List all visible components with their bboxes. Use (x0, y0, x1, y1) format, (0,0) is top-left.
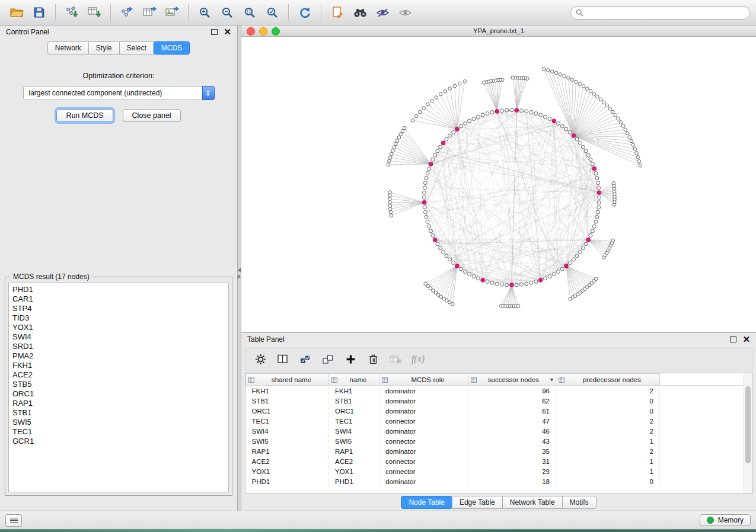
export-network-button[interactable] (116, 4, 138, 21)
table-cell[interactable]: 96 (468, 386, 556, 396)
table-row[interactable]: RAP1RAP1dominator352 (246, 446, 752, 456)
unselect-all-columns-button[interactable] (319, 351, 337, 367)
table-cell[interactable] (660, 396, 752, 406)
tab-motifs[interactable]: Motifs (562, 496, 596, 509)
table-cell[interactable]: TEC1 (246, 416, 329, 426)
table-cell[interactable] (660, 446, 752, 456)
column-predecessor-nodes[interactable]: predecessor nodes (556, 374, 660, 386)
minimize-window-button[interactable] (259, 27, 267, 36)
table-cell[interactable]: dominator (379, 386, 468, 396)
close-window-button[interactable] (247, 27, 255, 36)
column-mcds-role[interactable]: MCDS role (379, 374, 468, 386)
table-cell[interactable]: 2 (556, 386, 660, 396)
table-row[interactable]: ORC1ORC1dominator610 (246, 406, 752, 416)
table-cell[interactable]: ACE2 (246, 456, 329, 466)
table-cell[interactable]: ORC1 (246, 406, 329, 416)
table-row[interactable]: YOX1YOX1connector291 (246, 466, 752, 476)
table-cell[interactable]: 2 (556, 446, 660, 456)
column-name[interactable]: name (329, 374, 379, 386)
optimization-criterion-select[interactable]: largest connected component (undirected) (23, 86, 215, 100)
table-cell[interactable] (660, 426, 752, 436)
panel-splitter[interactable] (237, 25, 241, 511)
table-cell[interactable]: RAP1 (246, 446, 329, 456)
task-history-button[interactable] (5, 514, 22, 527)
table-row[interactable]: STB1STB1dominator620 (246, 396, 752, 406)
table-cell[interactable]: YOX1 (329, 466, 379, 476)
show-graphics-details-button[interactable] (394, 4, 416, 21)
memory-button[interactable]: Memory (700, 514, 751, 526)
table-cell[interactable]: 62 (468, 396, 556, 406)
zoom-selected-button[interactable] (261, 4, 283, 21)
table-cell[interactable]: dominator (379, 406, 468, 416)
table-cell[interactable]: connector (379, 456, 468, 466)
network-graph[interactable] (241, 37, 756, 332)
table-cell[interactable]: RAP1 (329, 446, 379, 456)
table-row[interactable]: SWI5SWI5connector431 (246, 436, 752, 446)
table-row[interactable]: PHD1PHD1dominator180 (246, 476, 752, 486)
zoom-in-button[interactable] (194, 4, 215, 21)
mcds-result-item[interactable]: YOX1 (12, 323, 228, 332)
open-file-button[interactable] (6, 4, 27, 21)
table-cell[interactable] (660, 436, 752, 446)
save-session-button[interactable] (28, 4, 50, 21)
import-network-button[interactable] (61, 4, 82, 21)
table-cell[interactable]: 47 (468, 416, 556, 426)
table-cell[interactable] (660, 406, 752, 416)
table-row[interactable]: ACE2ACE2connector311 (246, 456, 752, 466)
mcds-result-list[interactable]: PHD1CAR1STP4TID3YOX1SWI4SRD1PMA2FKH1ACE2… (8, 283, 229, 492)
table-cell[interactable] (660, 456, 752, 466)
table-cell[interactable]: FKH1 (329, 386, 379, 396)
zoom-window-button[interactable] (272, 27, 280, 36)
table-cell[interactable]: dominator (379, 446, 468, 456)
mcds-result-item[interactable]: RAP1 (12, 399, 228, 408)
table-cell[interactable]: ACE2 (329, 456, 379, 466)
table-cell[interactable] (660, 386, 752, 396)
mcds-result-item[interactable]: ACE2 (12, 370, 228, 380)
close-table-panel-icon[interactable]: ✕ (742, 336, 750, 342)
table-cell[interactable] (660, 476, 752, 486)
table-cell[interactable]: 43 (468, 436, 556, 446)
mcds-result-item[interactable]: SWI4 (12, 332, 228, 342)
table-cell[interactable]: 1 (556, 466, 660, 476)
table-cell[interactable]: 29 (468, 466, 556, 476)
table-cell[interactable]: 0 (556, 476, 660, 486)
table-cell[interactable]: ORC1 (329, 406, 379, 416)
mcds-result-item[interactable]: ORC1 (12, 389, 228, 399)
table-cell[interactable]: dominator (379, 476, 468, 486)
table-cell[interactable]: 61 (468, 406, 556, 416)
delete-column-button[interactable] (364, 351, 382, 367)
table-cell[interactable]: 0 (556, 396, 660, 406)
first-neighbors-button[interactable] (349, 4, 371, 21)
scrollbar-thumb[interactable] (745, 386, 751, 463)
close-panel-button[interactable]: Close panel (123, 109, 181, 122)
table-cell[interactable]: SWI5 (329, 436, 379, 446)
mcds-result-item[interactable]: PMA2 (12, 351, 228, 361)
tab-style[interactable]: Style (88, 41, 120, 55)
tab-select[interactable]: Select (119, 41, 154, 55)
zoom-fit-button[interactable] (239, 4, 260, 21)
mcds-result-item[interactable]: STB5 (12, 380, 228, 389)
mcds-result-item[interactable]: TID3 (12, 313, 228, 323)
mcds-result-item[interactable]: FKH1 (12, 361, 228, 370)
network-canvas[interactable] (241, 37, 756, 332)
table-cell[interactable]: PHD1 (246, 476, 329, 486)
mcds-result-item[interactable]: STB1 (12, 408, 228, 418)
table-cell[interactable]: 0 (556, 406, 660, 416)
table-settings-button[interactable] (251, 351, 269, 367)
run-mcds-button[interactable]: Run MCDS (56, 109, 113, 122)
export-image-button[interactable] (161, 4, 183, 21)
table-cell[interactable]: SWI5 (246, 436, 329, 446)
table-cell[interactable] (660, 416, 752, 426)
table-cell[interactable]: STB1 (246, 396, 329, 406)
mcds-result-item[interactable]: STP4 (12, 304, 228, 313)
apply-layout-button[interactable] (294, 4, 315, 21)
splitter-handle[interactable] (237, 265, 241, 281)
collapse-right-icon[interactable] (238, 274, 241, 279)
table-row[interactable]: SWI4SWI4dominator462 (246, 426, 752, 436)
tab-network-table[interactable]: Network Table (502, 496, 563, 509)
table-cell[interactable]: 2 (556, 416, 660, 426)
mcds-result-item[interactable]: GCR1 (12, 437, 228, 446)
zoom-out-button[interactable] (216, 4, 238, 21)
table-cell[interactable]: 1 (556, 436, 660, 446)
mcds-result-item[interactable]: TEC1 (12, 427, 228, 437)
